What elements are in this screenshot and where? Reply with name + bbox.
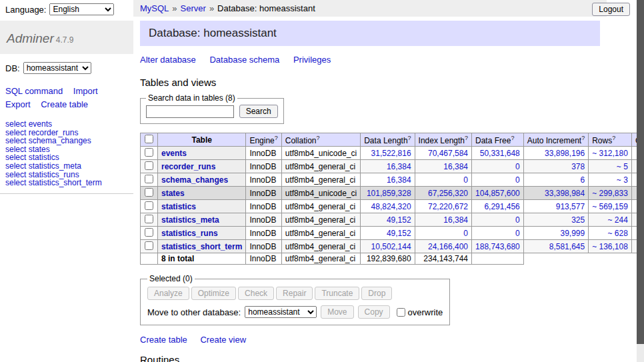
data-length-link[interactable]: 49,152 bbox=[387, 229, 411, 238]
alter-database-link[interactable]: Alter database bbox=[140, 55, 196, 65]
data-free-cell: 50,331,648 bbox=[472, 147, 524, 160]
row-checkbox[interactable] bbox=[145, 215, 153, 223]
data-free-link[interactable]: 0 bbox=[515, 215, 520, 225]
data-length-link[interactable]: 31,522,816 bbox=[371, 149, 411, 158]
rows-link[interactable]: ~ 569,159 bbox=[592, 202, 628, 211]
auto-increment-link[interactable]: 325 bbox=[571, 215, 585, 225]
table-name-link[interactable]: statistics_short_term bbox=[161, 242, 242, 251]
rows-link[interactable]: ~ 136,108 bbox=[592, 242, 628, 251]
language-select[interactable]: English bbox=[49, 3, 114, 15]
auto-increment-link[interactable]: 6 bbox=[580, 175, 585, 185]
index-length-link[interactable]: 24,166,400 bbox=[428, 242, 468, 251]
data-free-link[interactable]: 6,291,456 bbox=[484, 202, 519, 211]
table-name-link[interactable]: recorder_runs bbox=[161, 162, 215, 171]
breadcrumb-server-link[interactable]: Server bbox=[181, 3, 206, 13]
data-free-link[interactable]: 0 bbox=[515, 229, 520, 238]
copy-button[interactable]: Copy bbox=[358, 305, 390, 319]
index-length-link[interactable]: 0 bbox=[463, 229, 468, 238]
rows-link[interactable]: ~ 5 bbox=[617, 162, 628, 171]
sql-command-link[interactable]: SQL command bbox=[5, 86, 63, 96]
help-icon[interactable]: ? bbox=[612, 135, 615, 141]
rows-cell: ~ 136,108 bbox=[589, 240, 632, 253]
table-name-link[interactable]: statistics bbox=[161, 202, 196, 211]
help-icon[interactable]: ? bbox=[465, 135, 468, 141]
row-checkbox[interactable] bbox=[145, 148, 153, 157]
export-link[interactable]: Export bbox=[5, 99, 31, 109]
repair-button[interactable]: Repair bbox=[276, 287, 313, 300]
table-name-link[interactable]: events bbox=[161, 149, 187, 158]
row-checkbox[interactable] bbox=[145, 201, 153, 210]
row-checkbox[interactable] bbox=[145, 241, 153, 250]
index-length-link[interactable]: 67,256,320 bbox=[428, 189, 468, 198]
auto-increment-link[interactable]: 39,999 bbox=[560, 229, 585, 238]
scrollbar-thumb[interactable] bbox=[637, 0, 644, 344]
vertical-scrollbar[interactable] bbox=[637, 0, 644, 362]
move-button[interactable]: Move bbox=[321, 305, 353, 319]
auto-increment-link[interactable]: 913,577 bbox=[556, 202, 585, 211]
optimize-button[interactable]: Optimize bbox=[191, 287, 236, 300]
privileges-link[interactable]: Privileges bbox=[293, 55, 331, 65]
help-icon[interactable]: ? bbox=[511, 135, 514, 141]
row-checkbox[interactable] bbox=[145, 228, 153, 237]
row-checkbox[interactable] bbox=[145, 188, 153, 197]
table-name-link[interactable]: states bbox=[161, 189, 185, 198]
data-length-link[interactable]: 101,859,328 bbox=[367, 189, 411, 198]
data-free-link[interactable]: 50,331,648 bbox=[480, 149, 520, 158]
index-length-link[interactable]: 72,220,672 bbox=[428, 202, 468, 211]
move-db-select[interactable]: homeassistant bbox=[245, 306, 317, 318]
data-length-link[interactable]: 16,384 bbox=[387, 175, 411, 185]
index-length-link[interactable]: 0 bbox=[463, 175, 468, 185]
rows-link[interactable]: ~ 312,180 bbox=[592, 149, 628, 158]
data-length-link[interactable]: 10,502,144 bbox=[371, 242, 411, 251]
index-length-cell: 24,166,400 bbox=[415, 240, 471, 253]
auto-increment-link[interactable]: 33,398,984 bbox=[545, 189, 585, 198]
data-free-link[interactable]: 188,743,680 bbox=[475, 242, 520, 251]
create-view-link[interactable]: Create view bbox=[200, 335, 246, 345]
data-free-link[interactable]: 0 bbox=[515, 175, 520, 185]
database-schema-link[interactable]: Database schema bbox=[209, 55, 279, 65]
table-name-link[interactable]: statistics_runs bbox=[161, 229, 218, 238]
help-icon[interactable]: ? bbox=[408, 135, 411, 141]
data-length-link[interactable]: 48,824,320 bbox=[371, 202, 411, 211]
rows-link[interactable]: ~ 628 bbox=[608, 229, 628, 238]
rows-link[interactable]: ~ 299,833 bbox=[592, 189, 628, 198]
db-select[interactable]: homeassistant bbox=[23, 62, 91, 74]
index-length-link[interactable]: 16,384 bbox=[443, 215, 468, 225]
index-length-cell: 72,220,672 bbox=[415, 200, 471, 213]
index-length-link[interactable]: 70,467,584 bbox=[428, 149, 468, 158]
truncate-button[interactable]: Truncate bbox=[315, 287, 359, 300]
select-all-checkbox[interactable] bbox=[145, 135, 153, 143]
create-table-link[interactable]: Create table bbox=[140, 335, 187, 345]
index-length-link[interactable]: 16,384 bbox=[443, 162, 468, 171]
data-free-link[interactable]: 0 bbox=[515, 162, 520, 171]
breadcrumb-mysql-link[interactable]: MySQL bbox=[140, 3, 169, 13]
table-name-link[interactable]: statistics_meta bbox=[161, 215, 219, 225]
search-button[interactable]: Search bbox=[239, 105, 278, 118]
drop-button[interactable]: Drop bbox=[361, 287, 392, 300]
auto-increment-link[interactable]: 378 bbox=[571, 162, 585, 171]
logout-button[interactable]: Logout bbox=[592, 3, 630, 16]
rows-link[interactable]: ~ 244 bbox=[608, 215, 628, 225]
row-checkbox-cell bbox=[141, 160, 158, 173]
index-length-cell: 67,256,320 bbox=[415, 187, 471, 200]
data-length-link[interactable]: 16,384 bbox=[387, 162, 411, 171]
import-link[interactable]: Import bbox=[73, 86, 98, 96]
row-checkbox[interactable] bbox=[145, 161, 153, 170]
check-button[interactable]: Check bbox=[238, 287, 274, 300]
data-free-link[interactable]: 104,857,600 bbox=[475, 189, 520, 198]
row-checkbox[interactable] bbox=[145, 175, 153, 183]
help-icon[interactable]: ? bbox=[316, 135, 319, 141]
search-input[interactable] bbox=[146, 105, 234, 118]
help-icon[interactable]: ? bbox=[581, 135, 585, 141]
auto-increment-link[interactable]: 8,581,645 bbox=[549, 242, 585, 251]
sidebar-table-link[interactable]: select statistics_short_term bbox=[5, 178, 102, 187]
create-table-sidebar-link[interactable]: Create table bbox=[41, 99, 88, 109]
data-length-link[interactable]: 49,152 bbox=[387, 215, 411, 225]
overwrite-checkbox[interactable] bbox=[397, 308, 405, 317]
language-bar: Language: English bbox=[0, 0, 133, 18]
auto-increment-link[interactable]: 33,898,196 bbox=[545, 149, 585, 158]
rows-link[interactable]: ~ 3 bbox=[617, 175, 628, 185]
table-name-link[interactable]: schema_changes bbox=[161, 175, 228, 185]
help-icon[interactable]: ? bbox=[275, 135, 278, 141]
analyze-button[interactable]: Analyze bbox=[147, 287, 189, 300]
